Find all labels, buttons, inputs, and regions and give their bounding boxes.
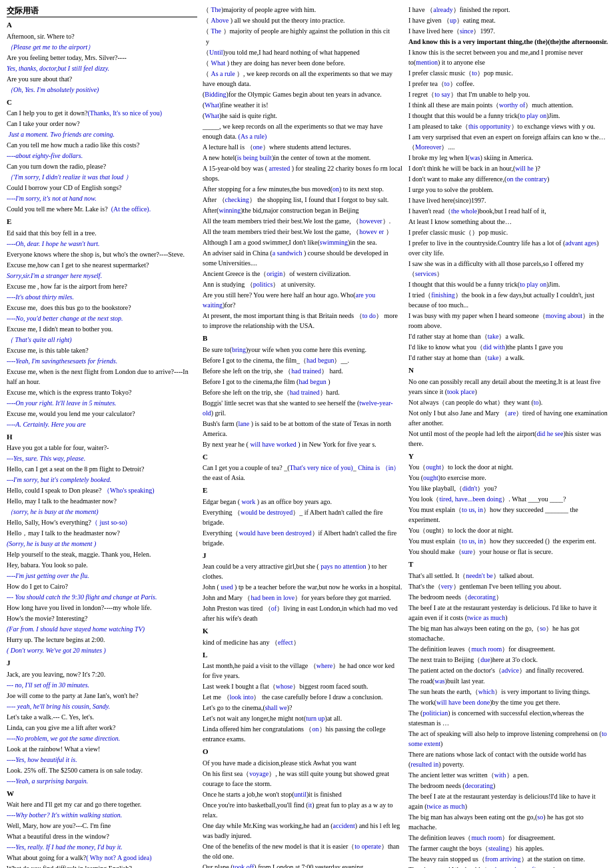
c2-p5: （Until)you told me,I had heard nothing o… (203, 47, 403, 57)
col1-title: 交际用语 (7, 5, 197, 17)
p-36: ---Yes, sure. This way, please. (7, 453, 197, 463)
p-6: （Oh, Yes. I'm absolutely positive) (7, 85, 197, 95)
p-47: ----I'm just getting over the flu. (7, 571, 197, 581)
letter-k2: K (203, 625, 403, 637)
c3-p31: Not only I but also Jane and Mary （are）t… (408, 408, 609, 428)
c3-p11: I am pleased to take（this opportunity）to… (408, 121, 609, 131)
c2-p7: （ As a rule ）, we keep records on all th… (203, 69, 403, 89)
c2-p25: At present, the most important thing is … (203, 311, 403, 331)
column-1: 交际用语 A Afternoon, sir. Where to? （Please… (5, 4, 199, 868)
p-71: What about going for a walk?( Why not? A… (7, 853, 197, 863)
c3-p19: At least I know something about the… (408, 217, 609, 227)
p-3: Are you feeling better today, Mrs. Silve… (7, 53, 197, 63)
letter-c: C (7, 97, 197, 108)
c2-p38: Jean could be a very attractive girl,but… (203, 561, 403, 581)
c2-p42: kind of medicine has any （effect） (203, 637, 403, 647)
c3-p57: The beef I ate at the restaurant yesterd… (408, 791, 609, 811)
c2-p11: _____, we keep records on all the experi… (203, 121, 403, 141)
c3-p24: I tried（finishing）the book in a few days… (408, 290, 609, 310)
c3-p20: I prefer classic music（）pop music. (408, 227, 609, 237)
c3-p47: The next train to Beijing（due)here at 3'… (408, 655, 609, 665)
c3-p22: I saw she was in a difficulty with all t… (408, 259, 609, 279)
c2-p24: Are you still here? You were here half a… (203, 290, 403, 310)
p-52: (Far from. I should have stayed home wat… (7, 624, 197, 634)
p-60: Linda, can you give me a lift after work… (7, 723, 197, 733)
p-50: How long have you lived in london?----my… (7, 603, 197, 613)
c3-p21: I prefer to live in the countryside.Coun… (408, 238, 609, 258)
p-25: ----No, you'd better change at the next … (7, 313, 197, 323)
c3-p18: I haven't read（the whole)book,but I read… (408, 206, 609, 216)
c3-p1: I have （already）finished the report. (408, 5, 609, 15)
c3-p3: I have lived here（since）1997. (408, 26, 609, 36)
c3-p53: The act of speaking will also help to im… (408, 729, 609, 749)
p-51: How's the movie? Interesting? (7, 613, 197, 623)
c2-p30: Before she left on the trip, she（had tra… (203, 387, 403, 397)
p-8: Can I take your order now? (7, 119, 197, 129)
c3-p30: Not always（can people do what）they want … (408, 397, 609, 407)
p-16: Could you tell me where Mr. Lake is? (At… (7, 204, 197, 214)
c3-p54: There are nations whose lack of contact … (408, 749, 609, 769)
c3-p25: I was busy with my paper when I heard so… (408, 311, 609, 331)
letter-w: W (7, 788, 197, 799)
c2-p55: Our plane (took off) from London at 7:00… (203, 862, 403, 869)
p-5: Are you sure about that? (7, 74, 197, 84)
c3-p7: I prefer tea（to）coffee. (408, 79, 609, 89)
letter-j: J (7, 657, 197, 669)
c3-p6: I prefer classic music（to）pop music. (408, 68, 609, 78)
c3-p14: I don't think he will be back in an hour… (408, 163, 609, 173)
letter-c2: C (203, 451, 403, 463)
c3-p46: The definition leaves（much room）for disa… (408, 644, 609, 654)
p-30: Excuse me, when is the next flight from … (7, 367, 197, 387)
c2-p1: （ The)majority of people agree with him. (203, 5, 403, 15)
p-37: Hello, can I get a seat on the 8 pm flig… (7, 464, 197, 474)
p-49: --- You should catch the 9:30 flight and… (7, 592, 197, 602)
c2-p49: Of you have made a dicision,please stick… (203, 758, 403, 768)
p-34: ----A. Certainly. Here you are (7, 419, 197, 429)
c3-p23: I thought that this would be a funny tri… (408, 279, 609, 289)
p-56: --- no, I'll set off in 30 minutes. (7, 680, 197, 690)
c3-p59: The definition leaves（much room）for disa… (408, 833, 609, 843)
p-62: Look at the rainbow! What a view! (7, 744, 197, 754)
c3-p45: The big man has always been eating on th… (408, 623, 609, 643)
p-31: Excuse me, which is the express tranto T… (7, 387, 197, 397)
c3-p32: Not until most of the people had left th… (408, 429, 609, 449)
c2-p52: Once you're into basketball,you'll find … (203, 800, 403, 820)
p-32: ----On your right. It'll leave in 5 minu… (7, 398, 197, 408)
c3-p55: The ancient letter was written（with）a pe… (408, 770, 609, 780)
p-28: Excuse me, is this table taken? (7, 345, 197, 355)
c2-p36: Everything （would be destroyed）_ if Albe… (203, 507, 403, 527)
p-29: ----Yeah, I'm savingthesesaets for frien… (7, 356, 197, 366)
p-44: (Sorry, he is busy at the moment ) (7, 539, 197, 549)
c2-p28: Before she left on the trip, she （had tr… (203, 366, 403, 376)
c2-p33: By next year he ( will have worked ) in … (203, 439, 403, 449)
letter-o2: O (203, 746, 403, 757)
c2-p23: Ann is studying （politics） at university… (203, 279, 403, 289)
p-46: Hey, babara. You look so pale. (7, 560, 197, 570)
letter-a: A (7, 19, 197, 31)
letter-y3: Y (408, 451, 609, 462)
p-45: Help yourself to the steak, maggie. Than… (7, 549, 197, 559)
c2-p32: Bush's farm (lane ) is said to be at bot… (203, 419, 403, 439)
p-65: ----Yeah, a surprising bargain. (7, 776, 197, 786)
c2-p45: Let me （look into） the case carefully be… (203, 692, 403, 702)
p-9: Just a moment. Two friends are coming. (7, 129, 197, 139)
c3-p44: The beef I ate at the restaurant yesterd… (408, 603, 609, 623)
c3-p51: The work(will have been done)by the time… (408, 697, 609, 707)
c2-p48: Linda offered him her congratulations （o… (203, 724, 403, 744)
c3-p42: That's the（very）gentleman I've been tell… (408, 581, 609, 591)
c2-p12: A lecture hall is （one）where students at… (203, 142, 403, 152)
letter-h: H (7, 431, 197, 443)
c2-p37: Everything（would have been destroyed）if … (203, 528, 403, 548)
p-70: ----Yes, really. If I had the money, I'd… (7, 842, 197, 852)
p-33: Excuse me, would you lend me your calcul… (7, 409, 197, 419)
c2-p43: Last month,he paid a visit to the villag… (203, 661, 403, 681)
c2-p35: Edgar began ( work ) as an office boy ye… (203, 497, 403, 507)
letter-e: E (7, 216, 197, 227)
c3-p15: I don't want to make any difference,(on … (408, 174, 609, 184)
c2-p6: （ What ) they are doing has never been d… (203, 58, 403, 68)
c3-p61: The heavy rain stopped us（from arriving）… (408, 854, 609, 864)
c3-p40: You should make（sure）your house or flat … (408, 547, 609, 557)
c3-p38: You（ought）to lock the door at night. (408, 525, 609, 535)
c3-p12: I am very surprised that even an expert … (408, 132, 609, 152)
p-24: Excuse me, does this bus go to the books… (7, 303, 197, 313)
